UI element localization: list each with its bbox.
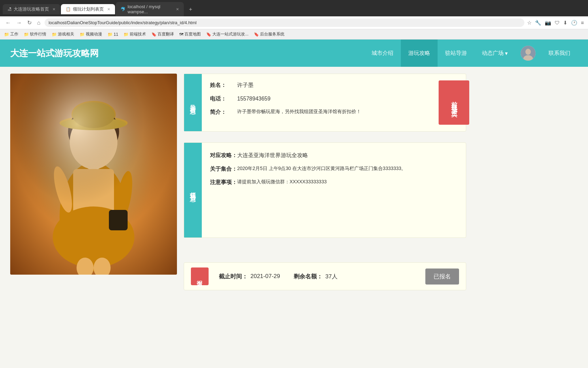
nav-links: 城市介绍 游玩攻略 驻站导游 动态广场 ▾ [364, 40, 515, 67]
guide-card-label: 导游信息 [184, 74, 202, 131]
extensions-icon[interactable]: 🔧 [535, 20, 541, 26]
bookmark-admin[interactable]: 🔖 后台服务系统 [252, 31, 286, 38]
bookmark-frontend[interactable]: 📁 前端技术 [122, 31, 147, 38]
guide-phone-key: 电话： [210, 94, 237, 103]
bookmark-dalian[interactable]: 🔖 大连一站式游玩攻... [205, 31, 250, 38]
bookmark-label: 百度翻译 [158, 31, 174, 37]
bookmark-anime[interactable]: 📁 视频动漫 [78, 31, 103, 38]
forward-button[interactable]: → [15, 19, 23, 27]
remaining-key: 剩余名额： [294, 273, 323, 280]
svg-rect-23 [10, 74, 177, 275]
plan-card-label: 领玩信息 [184, 143, 202, 237]
bookmark-label: 前端技术 [130, 31, 146, 37]
main-navigation: 大连一站式游玩攻略网 城市介绍 游玩攻略 驻站导游 动态广场 ▾ 联系我们 [0, 40, 588, 67]
bookmark-folder-icon: 📁 [24, 32, 29, 37]
site-title: 大连一站式游玩攻略网 [10, 47, 364, 59]
menu-icon[interactable]: ≡ [581, 20, 584, 26]
guide-name-row: 姓名： 许子墨 [210, 81, 458, 90]
deadline-item: 截止时间： 2021-07-29 [219, 273, 280, 280]
chevron-down-icon: ▾ [505, 50, 508, 57]
plan-note-row: 注意事项： 请提前加入领玩微信群：XXXXX33333333 [210, 178, 458, 187]
reload-button[interactable]: ↻ [26, 19, 33, 27]
nav-contact[interactable]: 联系我们 [541, 50, 578, 57]
toolbar-icons: ☆ 🔧 📷 🛡 ⬇ 🕐 ≡ [527, 20, 584, 26]
bookmark-label: 百度地图 [184, 31, 201, 37]
tab-close-1[interactable]: ✕ [52, 7, 55, 12]
bookmark-baidu-translate[interactable]: 🔖 百度翻译 [150, 31, 175, 38]
nav-dynamic-square[interactable]: 动态广场 ▾ [474, 40, 515, 67]
plan-info-card: 领玩信息 对应攻略： 大连圣亚海洋世界游玩全攻略 关于集合： 2020年2月5日… [184, 142, 466, 238]
bookmark-folder-icon: 📁 [80, 32, 85, 37]
bookmarks-bar: 📁 工作 📁 软件行情 📁 游戏相关 📁 视频动漫 📁 11 📁 前端技术 🔖 … [0, 29, 588, 40]
bookmark-work[interactable]: 📁 工作 [3, 31, 20, 38]
shield-icon[interactable]: 🛡 [555, 20, 560, 26]
tab-3[interactable]: 🐬 localhost / mysql wampse... ✕ [116, 2, 184, 16]
tab-1[interactable]: 🏖 大连游玩攻略首页 ✕ [3, 4, 60, 14]
goto-guide-homepage-button[interactable]: 前往导游主页 [439, 80, 469, 125]
bookmark-baidu-map[interactable]: 🗺 百度地图 [178, 31, 202, 38]
bookmark-label: 11 [114, 32, 118, 37]
bookmark-games[interactable]: 📁 游戏相关 [50, 31, 76, 38]
nav-dropdown-label: 动态广场 ▾ [482, 50, 508, 57]
guide-phone-val: 15578943659 [237, 94, 458, 103]
home-button[interactable]: ⌂ [36, 19, 42, 27]
nav-label-text: 动态广场 [482, 50, 504, 57]
bookmark-folder-icon: 📁 [108, 32, 113, 37]
content-area: 导游信息 姓名： 许子墨 电话： 15578943659 简介： 许子墨带你畅玩… [0, 67, 476, 297]
tab-label-1: 大连游玩攻略首页 [14, 6, 49, 12]
nav-resident-guide[interactable]: 驻站导游 [438, 40, 474, 67]
download-icon[interactable]: ⬇ [563, 20, 568, 26]
tab-label-3: localhost / mysql wampse... [128, 4, 173, 14]
bookmark-label: 软件行情 [30, 31, 46, 37]
guide-intro-val: 许子墨带你畅玩星海，另外找我组团亚圣海洋馆有折扣价！ [237, 108, 458, 117]
bookmark-software[interactable]: 📁 软件行情 [22, 31, 48, 38]
svg-point-1 [525, 49, 531, 55]
guide-info-card: 导游信息 姓名： 许子墨 电话： 15578943659 简介： 许子墨带你畅玩… [184, 74, 466, 132]
guide-name-key: 姓名： [210, 81, 237, 90]
right-content-panel: 导游信息 姓名： 许子墨 电话： 15578943659 简介： 许子墨带你畅玩… [184, 74, 466, 290]
remaining-val: 37人 [325, 273, 338, 280]
tab-label-2: 领玩计划列表页 [73, 6, 104, 12]
left-image-panel [10, 74, 177, 290]
bookmark-11[interactable]: 📁 11 [106, 31, 119, 37]
bookmark-label: 后台服务系统 [260, 31, 284, 37]
remaining-item: 剩余名额： 37人 [294, 273, 338, 280]
tab-2[interactable]: 📋 领玩计划列表页 ✕ [61, 4, 115, 14]
plan-card-body: 对应攻略： 大连圣亚海洋世界游玩全攻略 关于集合： 2020年2月5日 上午9点… [202, 143, 466, 237]
tab-favicon-3: 🐬 [120, 7, 126, 12]
plan-note-key: 注意事项： [210, 178, 237, 187]
browser-chrome: 🏖 大连游玩攻略首页 ✕ 📋 领玩计划列表页 ✕ 🐬 localhost / m… [0, 0, 588, 40]
deadline-key: 截止时间： [219, 273, 248, 280]
plan-strategy-key: 对应攻略： [210, 151, 237, 160]
guide-card-body: 姓名： 许子墨 电话： 15578943659 简介： 许子墨带你畅玩星海，另外… [202, 74, 466, 131]
url-input[interactable] [45, 18, 525, 27]
nav-city-intro[interactable]: 城市介绍 [364, 40, 401, 67]
bookmark-label: 大连一站式游玩攻... [212, 31, 248, 37]
tab-favicon-2: 📋 [66, 7, 71, 12]
bookmark-folder-icon: 📁 [124, 32, 129, 37]
bookmark-label: 工作 [10, 31, 18, 37]
signed-up-button[interactable]: 已报名 [425, 269, 459, 285]
plan-strategy-row: 对应攻略： 大连圣亚海洋世界游玩全攻略 [210, 151, 458, 160]
user-avatar[interactable] [521, 46, 536, 61]
deadline-val: 2021-07-29 [250, 273, 280, 280]
plan-gather-val: 2020年2月5日 上午9点30 在大连市沙河口区黄河路马栏广场正门集合3333… [237, 165, 458, 173]
nav-tour-guide[interactable]: 游玩攻略 [401, 40, 438, 67]
back-button[interactable]: ← [4, 19, 12, 27]
plan-gather-row: 关于集合： 2020年2月5日 上午9点30 在大连市沙河口区黄河路马栏广场正门… [210, 165, 458, 173]
guide-photo [10, 74, 177, 275]
tab-close-3[interactable]: ✕ [176, 7, 179, 12]
tab-bar: 🏖 大连游玩攻略首页 ✕ 📋 领玩计划列表页 ✕ 🐬 localhost / m… [0, 0, 588, 16]
plan-gather-key: 关于集合： [210, 165, 237, 173]
screenshot-icon[interactable]: 📷 [545, 20, 551, 26]
spacer [184, 243, 466, 254]
tab-close-2[interactable]: ✕ [107, 7, 110, 12]
bookmark-folder-icon: 📁 [52, 32, 57, 37]
bookmark-icon[interactable]: ☆ [527, 20, 532, 26]
signup-bar: 报名 截止时间： 2021-07-29 剩余名额： 37人 已报名 [184, 262, 466, 290]
bookmark-icon: 🗺 [179, 32, 183, 37]
new-tab-button[interactable]: ＋ [184, 4, 197, 15]
guide-phone-row: 电话： 15578943659 [210, 94, 458, 103]
guide-name-val: 许子墨 [237, 81, 458, 90]
clock-icon[interactable]: 🕐 [571, 20, 577, 26]
